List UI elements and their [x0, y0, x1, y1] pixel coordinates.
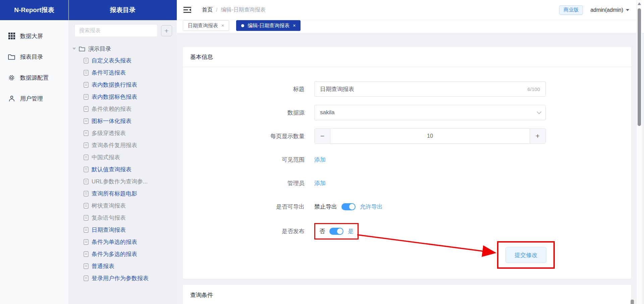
tree-report-item[interactable]: 条件为多选的报表 — [69, 248, 177, 260]
form-row-admin: 管理员 添加 — [183, 175, 631, 191]
sidebar-item-users[interactable]: 用户管理 — [0, 88, 68, 109]
exportable-toggle[interactable] — [341, 203, 356, 210]
tree-report-item[interactable]: 树状查询报表 — [69, 200, 177, 212]
document-icon — [84, 82, 89, 88]
published-highlight-box: 否 是 — [314, 223, 359, 240]
close-icon[interactable]: × — [293, 23, 296, 28]
breadcrumb-home[interactable]: 首页 — [202, 6, 213, 13]
query-conditions-card: 查询条件 — [183, 285, 631, 304]
form-row-pagesize: 每页显示数量 − 10 + — [183, 128, 631, 144]
form-row-title: 标题 日期查询报表 6/100 — [183, 81, 631, 97]
form-row-exportable: 是否可导出 禁止导出 允许导出 — [183, 199, 631, 214]
document-icon — [84, 58, 89, 63]
close-icon[interactable]: × — [221, 23, 224, 28]
tree-report-item[interactable]: 默认值查询报表 — [69, 163, 177, 175]
decrease-button[interactable]: − — [315, 129, 330, 143]
tree-report-item[interactable]: 自定义表头报表 — [69, 54, 177, 67]
sidebar-item-datasource[interactable]: 数据源配置 — [0, 67, 68, 88]
breadcrumb-current: 编辑-日期查询报表 — [221, 6, 265, 13]
submit-changes-button[interactable]: 提交修改 — [505, 247, 546, 263]
tree-report-item[interactable]: 日期查询报表 — [69, 224, 177, 236]
datasource-select[interactable]: sakila — [314, 105, 546, 120]
grid-icon — [8, 33, 15, 40]
document-icon — [84, 118, 89, 124]
add-visible-range-link[interactable]: 添加 — [314, 156, 326, 164]
tree-report-item[interactable]: 查询所有标题电影 — [69, 187, 177, 200]
tree-folder-label: 演示目录 — [88, 45, 111, 53]
title-input[interactable]: 日期查询报表 6/100 — [314, 81, 546, 97]
user-name: admin(admin) — [590, 7, 623, 13]
sidebar-item-label: 数据源配置 — [20, 74, 49, 82]
app-sidebar: N-Report报表 数据大屏 报表目录 数据源配置 用户管理 — [0, 0, 69, 304]
document-icon — [84, 142, 89, 148]
search-input[interactable] — [74, 24, 158, 37]
tree-report-item[interactable]: 表内数据换行报表 — [69, 79, 177, 91]
document-icon — [84, 227, 89, 233]
published-label: 是否发布 — [183, 227, 305, 235]
menu-fold-icon[interactable] — [183, 7, 191, 13]
tree-report-item[interactable]: 复杂语句报表 — [69, 212, 177, 224]
tree-report-item[interactable]: 查询条件复用报表 — [69, 139, 177, 151]
publish-yes-label: 是 — [348, 227, 354, 235]
scrollbar-thumb[interactable] — [638, 8, 641, 126]
sidebar-item-report-catalog[interactable]: 报表目录 — [0, 46, 68, 67]
report-tree-list: 自定义表头报表 条件可选报表 表内数据换行报表 — [69, 54, 177, 284]
add-report-button[interactable]: + — [161, 25, 172, 36]
app-brand: N-Report报表 — [0, 0, 68, 20]
published-toggle[interactable] — [329, 228, 343, 235]
publish-no-label: 否 — [319, 227, 325, 235]
increase-button[interactable]: + — [530, 129, 545, 143]
document-icon — [84, 155, 89, 160]
user-menu[interactable]: admin(admin) — [590, 7, 629, 13]
tree-report-item[interactable]: 登录用户作为参数报表 — [69, 272, 177, 284]
tree-report-item[interactable]: URL参数作为查询参... — [69, 175, 177, 187]
visible-range-label: 可见范围 — [183, 156, 305, 164]
document-icon — [84, 275, 89, 281]
tabbar: 日期查询报表 × 编辑-日期查询报表 × — [177, 20, 644, 34]
window-scrollbar[interactable] — [636, 0, 642, 304]
tree-report-item[interactable]: 条件可选报表 — [69, 67, 177, 79]
query-conditions-title: 查询条件 — [183, 285, 631, 304]
inner-scrollbar-thumb[interactable] — [631, 300, 634, 304]
basic-info-card: 基本信息 标题 日期查询报表 6/100 数据源 sakil — [183, 47, 631, 279]
tab-date-query-report[interactable]: 日期查询报表 × — [183, 20, 229, 31]
sidebar-item-label: 用户管理 — [20, 95, 43, 102]
report-tree-panel: 报表目录 + 演示目录 自定义表头报表 — [69, 0, 177, 304]
main-area: 首页 / 编辑-日期查询报表 商业版 admin(admin) 日期查询报表 ×… — [177, 0, 644, 304]
sidebar-item-label: 数据大屏 — [20, 32, 43, 40]
title-label: 标题 — [183, 85, 305, 93]
document-icon — [84, 130, 89, 136]
version-badge[interactable]: 商业版 — [559, 5, 583, 15]
tree-panel-title: 报表目录 — [69, 0, 177, 20]
gear-icon — [8, 74, 15, 81]
form-row-visible-range: 可见范围 添加 — [183, 152, 631, 167]
pagesize-value[interactable]: 10 — [330, 129, 530, 143]
tab-edit-date-query-report[interactable]: 编辑-日期查询报表 × — [236, 20, 301, 31]
document-icon — [84, 167, 89, 172]
basic-info-title: 基本信息 — [183, 47, 631, 67]
tab-label: 日期查询报表 — [188, 23, 218, 29]
datasource-label: 数据源 — [183, 109, 305, 117]
tree-report-item[interactable]: 条件依赖的报表 — [69, 103, 177, 115]
tree-report-item[interactable]: 图标一体化报表 — [69, 115, 177, 127]
tree-report-item[interactable]: 多级穿透报表 — [69, 127, 177, 139]
scroll-up-arrow-icon[interactable] — [638, 2, 641, 5]
document-icon — [84, 263, 89, 269]
export-off-label: 禁止导出 — [314, 203, 337, 211]
sidebar-item-dashboard[interactable]: 数据大屏 — [0, 26, 68, 46]
document-icon — [84, 215, 89, 221]
add-admin-link[interactable]: 添加 — [314, 179, 326, 187]
document-icon — [84, 94, 89, 100]
tree-report-item[interactable]: 表内数据标色报表 — [69, 91, 177, 103]
tree-folder-demo[interactable]: 演示目录 — [69, 43, 177, 54]
chevron-down-icon — [626, 9, 629, 11]
tree-report-item[interactable]: 中国式报表 — [69, 151, 177, 163]
tab-label: 编辑-日期查询报表 — [248, 23, 289, 29]
exportable-label: 是否可导出 — [183, 203, 305, 211]
active-dot-icon — [241, 24, 244, 27]
breadcrumb-separator: / — [216, 7, 217, 13]
tree-report-item[interactable]: 普通报表 — [69, 260, 177, 272]
document-icon — [84, 203, 89, 209]
tree-report-item[interactable]: 条件为单选的报表 — [69, 236, 177, 248]
char-counter: 6/100 — [527, 86, 540, 92]
